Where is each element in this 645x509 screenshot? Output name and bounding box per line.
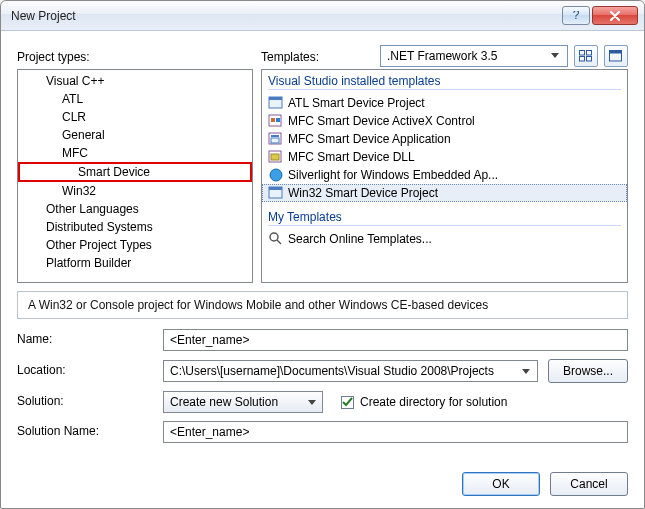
template-item[interactable]: Search Online Templates...: [262, 230, 627, 248]
tree-node[interactable]: Distributed Systems: [18, 218, 252, 236]
close-button[interactable]: [592, 6, 638, 25]
project-icon: [268, 149, 284, 165]
tree-node-visual-cpp[interactable]: Visual C++: [18, 72, 252, 90]
tree-node[interactable]: Platform Builder: [18, 254, 252, 272]
description-text: A Win32 or Console project for Windows M…: [28, 298, 488, 312]
cancel-button[interactable]: Cancel: [550, 472, 628, 496]
svg-rect-16: [271, 154, 279, 160]
svg-point-17: [270, 169, 282, 181]
template-label: MFC Smart Device DLL: [288, 149, 415, 165]
chevron-down-icon: [518, 363, 535, 380]
svg-line-21: [277, 240, 281, 244]
templates-label: Templates:: [261, 50, 319, 64]
create-directory-label: Create directory for solution: [360, 395, 507, 409]
svg-rect-4: [587, 57, 592, 62]
svg-rect-11: [276, 118, 280, 122]
svg-rect-13: [271, 135, 279, 137]
chevron-down-icon: [547, 48, 563, 64]
template-item[interactable]: MFC Smart Device ActiveX Control: [262, 112, 627, 130]
project-icon: [268, 185, 284, 201]
browse-button[interactable]: Browse...: [548, 359, 628, 383]
my-templates-header: My Templates: [262, 208, 627, 224]
template-item[interactable]: ATL Smart Device Project: [262, 94, 627, 112]
tree-node[interactable]: Other Languages: [18, 200, 252, 218]
project-icon: [268, 95, 284, 111]
location-label: Location:: [17, 363, 153, 377]
tree-node-smart-device[interactable]: Smart Device: [18, 162, 252, 182]
tree-node[interactable]: CLR: [18, 108, 252, 126]
location-value: C:\Users\[username]\Documents\Visual Stu…: [170, 364, 494, 378]
window-title: New Project: [11, 9, 560, 23]
template-label: MFC Smart Device Application: [288, 131, 451, 147]
titlebar[interactable]: New Project ?: [1, 1, 644, 31]
svg-rect-8: [269, 97, 282, 100]
search-icon: [268, 231, 284, 247]
template-label: MFC Smart Device ActiveX Control: [288, 113, 475, 129]
template-label: ATL Smart Device Project: [288, 95, 425, 111]
ok-button[interactable]: OK: [462, 472, 540, 496]
svg-text:?: ?: [573, 11, 580, 21]
framework-combo[interactable]: .NET Framework 3.5: [380, 45, 568, 67]
project-icon: [268, 167, 284, 183]
tree-node[interactable]: Win32: [18, 182, 252, 200]
svg-point-20: [270, 233, 278, 241]
project-types-tree[interactable]: Visual C++ ATL CLR General MFC Smart Dev…: [17, 69, 253, 283]
template-label: Win32 Smart Device Project: [288, 185, 438, 201]
svg-rect-2: [587, 51, 592, 56]
template-item[interactable]: MFC Smart Device Application: [262, 130, 627, 148]
svg-rect-1: [580, 51, 585, 56]
divider: [268, 225, 621, 226]
solution-value: Create new Solution: [170, 395, 278, 409]
solution-name-value: <Enter_name>: [170, 425, 249, 439]
name-label: Name:: [17, 332, 153, 346]
divider: [268, 89, 621, 90]
project-icon: [268, 113, 284, 129]
svg-rect-6: [610, 51, 622, 54]
description-panel: A Win32 or Console project for Windows M…: [17, 291, 628, 319]
name-value: <Enter_name>: [170, 333, 249, 347]
chevron-down-icon: [303, 394, 320, 411]
template-item[interactable]: MFC Smart Device DLL: [262, 148, 627, 166]
installed-templates-header: Visual Studio installed templates: [262, 72, 627, 88]
template-label: Silverlight for Windows Embedded Ap...: [288, 167, 498, 183]
svg-rect-10: [271, 118, 275, 122]
solution-combo[interactable]: Create new Solution: [163, 391, 323, 413]
solution-name-input[interactable]: <Enter_name>: [163, 421, 628, 443]
checkbox-icon: [341, 396, 354, 409]
tree-node[interactable]: ATL: [18, 90, 252, 108]
project-types-label: Project types:: [17, 50, 90, 64]
solution-name-label: Solution Name:: [17, 424, 153, 438]
help-button[interactable]: ?: [562, 6, 590, 25]
tree-node[interactable]: MFC: [18, 144, 252, 162]
template-item[interactable]: Silverlight for Windows Embedded Ap...: [262, 166, 627, 184]
svg-rect-14: [271, 138, 279, 143]
new-project-dialog: New Project ? Project types: Templates: …: [0, 0, 645, 509]
templates-list[interactable]: Visual Studio installed templates ATL Sm…: [261, 69, 628, 283]
view-large-icons-button[interactable]: [604, 45, 628, 67]
svg-rect-3: [580, 57, 585, 62]
create-directory-checkbox[interactable]: Create directory for solution: [341, 395, 507, 409]
template-item-selected[interactable]: Win32 Smart Device Project: [262, 184, 627, 202]
svg-rect-19: [269, 187, 282, 190]
tree-node[interactable]: Other Project Types: [18, 236, 252, 254]
framework-selected: .NET Framework 3.5: [387, 49, 547, 63]
solution-label: Solution:: [17, 394, 153, 408]
name-input[interactable]: <Enter_name>: [163, 329, 628, 351]
project-icon: [268, 131, 284, 147]
template-label: Search Online Templates...: [288, 231, 432, 247]
view-small-icons-button[interactable]: [574, 45, 598, 67]
location-combo[interactable]: C:\Users\[username]\Documents\Visual Stu…: [163, 360, 538, 382]
tree-node[interactable]: General: [18, 126, 252, 144]
